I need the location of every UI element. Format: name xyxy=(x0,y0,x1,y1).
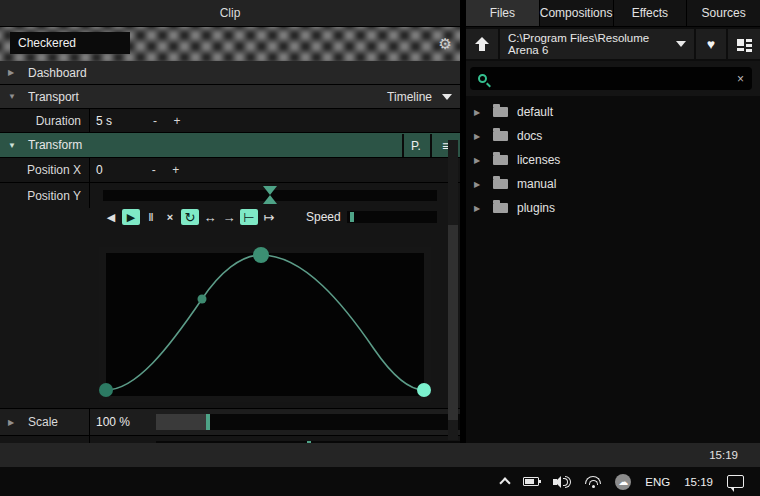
favorites-button[interactable]: ♥ xyxy=(696,29,726,59)
previous-icon[interactable]: ◀ xyxy=(103,209,119,225)
transform-param-button[interactable]: P. xyxy=(402,134,428,157)
envelope-path[interactable] xyxy=(106,255,424,390)
tab-sources[interactable]: Sources xyxy=(687,0,760,26)
bounce-icon[interactable]: ↔ xyxy=(202,209,218,225)
folder-icon xyxy=(493,131,508,141)
up-directory-button[interactable] xyxy=(466,29,498,59)
position-x-increment-button[interactable]: + xyxy=(165,163,187,177)
folder-icon xyxy=(493,155,508,165)
speed-slider-handle[interactable] xyxy=(350,212,354,222)
folder-icon xyxy=(493,203,508,213)
folder-name: licenses xyxy=(517,153,560,167)
folder-name: docs xyxy=(517,129,542,143)
transport-mode-select[interactable]: Timeline xyxy=(387,90,432,104)
clip-name-text: Checkered xyxy=(18,36,76,50)
envelope-editor[interactable] xyxy=(99,247,431,402)
scale-value[interactable]: 100 % xyxy=(96,409,144,435)
tab-effects[interactable]: Effects xyxy=(614,0,688,26)
transport-label: Transport xyxy=(28,90,79,104)
chevron-right-icon[interactable]: ▶ xyxy=(474,132,484,141)
row-position-y: Position Y ◀ ▶ Ⅱ × ↻ ↔ → ⊢ ↦ Speed xyxy=(0,183,460,409)
tab-files[interactable]: Files xyxy=(466,0,540,26)
clip-thumbnail[interactable]: Checkered ⚙ xyxy=(0,27,460,61)
loop-icon[interactable]: ↻ xyxy=(181,209,199,225)
tab-compositions[interactable]: Compositions xyxy=(540,0,614,26)
scale-slider-handle[interactable] xyxy=(206,414,210,430)
chevron-right-icon[interactable]: ▶ xyxy=(474,156,484,165)
position-x-value[interactable]: 0 xyxy=(96,158,103,182)
play-once-icon[interactable]: → xyxy=(221,209,237,225)
clip-name-field[interactable]: Checkered xyxy=(10,32,130,54)
folder-name: plugins xyxy=(517,201,555,215)
hold-icon[interactable]: ⊢ xyxy=(240,209,258,225)
section-transport[interactable]: ▼ Transport Timeline xyxy=(0,85,460,109)
windows-taskbar: ☁ ENG 15:19 xyxy=(0,467,760,496)
folder-icon xyxy=(493,107,508,117)
folder-row-default[interactable]: ▶ default xyxy=(466,100,760,124)
taskbar-clock[interactable]: 15:19 xyxy=(684,476,713,488)
folder-name: manual xyxy=(517,177,556,191)
rotation-value[interactable]: 0.0 xyxy=(96,436,144,443)
position-x-label: Position X xyxy=(0,158,90,182)
scrollbar-thumb[interactable] xyxy=(448,225,458,420)
section-transform[interactable]: ▼ Transform P. ≡ xyxy=(0,133,460,158)
search-input[interactable] xyxy=(493,72,731,86)
chevron-right-icon[interactable]: ▶ xyxy=(474,180,484,189)
gear-icon[interactable]: ⚙ xyxy=(439,34,452,54)
folder-list: ▶ default ▶ docs ▶ licenses ▶ manual ▶ xyxy=(466,100,760,220)
chevron-right-icon: ▶ xyxy=(8,68,18,77)
pause-icon[interactable]: Ⅱ xyxy=(143,209,159,225)
clip-panel-scrollbar[interactable] xyxy=(448,140,458,440)
chevron-down-icon xyxy=(676,41,686,47)
hidden-icons-chevron-icon[interactable] xyxy=(500,477,511,488)
heart-icon: ♥ xyxy=(707,36,715,52)
cloud-tray-icon[interactable]: ☁ xyxy=(615,474,631,490)
clear-search-icon[interactable]: × xyxy=(737,72,744,86)
scale-slider[interactable] xyxy=(156,414,460,430)
dashboard-label: Dashboard xyxy=(28,66,87,80)
row-duration: Duration 5 s - + xyxy=(0,109,460,133)
position-x-decrement-button[interactable]: - xyxy=(143,163,165,177)
folder-row-licenses[interactable]: ▶ licenses xyxy=(466,148,760,172)
envelope-curve[interactable] xyxy=(106,253,424,396)
random-icon[interactable]: × xyxy=(162,209,178,225)
row-position-x: Position X 0 - + xyxy=(0,158,460,183)
section-dashboard[interactable]: ▶ Dashboard xyxy=(0,61,460,85)
duration-decrement-button[interactable]: - xyxy=(144,114,166,128)
duration-label: Duration xyxy=(0,109,90,132)
volume-icon[interactable] xyxy=(553,476,571,488)
folder-row-docs[interactable]: ▶ docs xyxy=(466,124,760,148)
clip-panel-title: Clip xyxy=(0,0,460,27)
envelope-point-peak[interactable] xyxy=(253,247,269,263)
duration-increment-button[interactable]: + xyxy=(166,114,188,128)
battery-icon[interactable] xyxy=(523,477,539,486)
folder-row-manual[interactable]: ▶ manual xyxy=(466,172,760,196)
language-indicator[interactable]: ENG xyxy=(645,476,670,488)
advance-icon[interactable]: ↦ xyxy=(261,209,277,225)
envelope-point-start[interactable] xyxy=(99,383,113,397)
play-icon[interactable]: ▶ xyxy=(122,209,140,225)
path-dropdown[interactable]: C:\Program Files\Resolume Arena 6 xyxy=(500,29,694,59)
position-y-label: Position Y xyxy=(0,183,90,208)
scale-label[interactable]: Scale xyxy=(28,415,58,429)
file-nav-bar: C:\Program Files\Resolume Arena 6 ♥ xyxy=(466,27,760,61)
up-arrow-icon xyxy=(475,37,489,51)
wifi-icon[interactable] xyxy=(585,476,601,488)
speed-label: Speed xyxy=(306,210,341,224)
clip-panel: Clip Checkered ⚙ ▶ Dashboard ▼ Transport… xyxy=(0,0,460,443)
grid-view-icon xyxy=(737,38,752,51)
folder-row-plugins[interactable]: ▶ plugins xyxy=(466,196,760,220)
chevron-right-icon[interactable]: ▶ xyxy=(474,204,484,213)
envelope-point-end[interactable] xyxy=(417,383,431,397)
chevron-down-icon[interactable] xyxy=(442,94,452,100)
browser-tabs: Files Compositions Effects Sources xyxy=(466,0,760,27)
chevron-down-icon: ▼ xyxy=(8,141,18,150)
search-bar[interactable]: × xyxy=(470,67,752,90)
speed-slider[interactable] xyxy=(347,211,437,223)
chevron-right-icon[interactable]: ▶ xyxy=(474,108,484,117)
duration-value[interactable]: 5 s xyxy=(96,109,112,132)
view-toggle-button[interactable] xyxy=(728,29,760,59)
action-center-icon[interactable] xyxy=(727,475,744,488)
envelope-point-mid[interactable] xyxy=(198,295,207,304)
timeline-scrubber[interactable] xyxy=(103,190,437,201)
